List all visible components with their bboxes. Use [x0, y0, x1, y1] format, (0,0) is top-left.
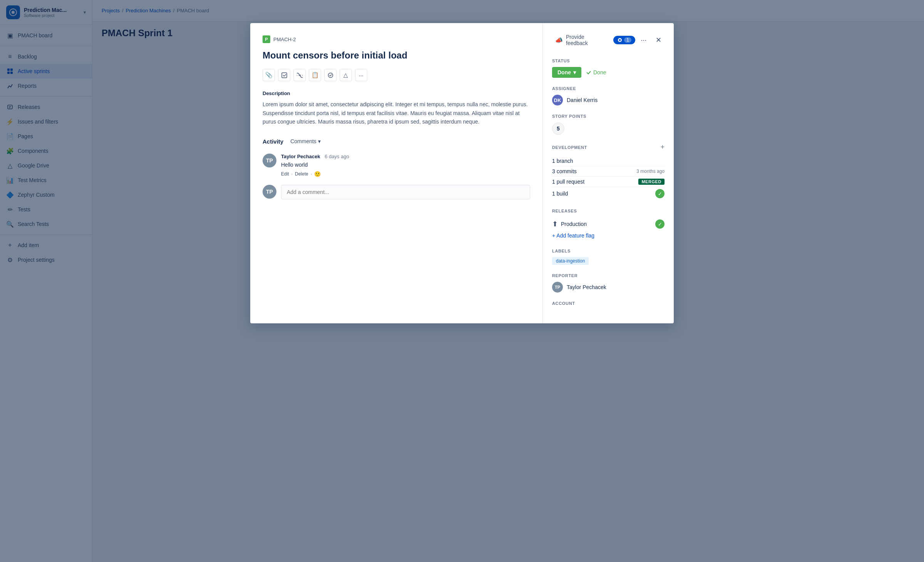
assignee-section: ASSIGNEE DK Daniel Kerris	[552, 86, 665, 105]
reporter-name: Taylor Pechacek	[567, 284, 606, 290]
dev-branch-label: 1 branch	[552, 158, 573, 164]
add-feature-flag-label: + Add feature flag	[552, 232, 594, 239]
edit-comment-button[interactable]: Edit	[281, 171, 289, 177]
modal-issue-title[interactable]: Mount censors before initial load	[263, 49, 530, 61]
reporter-avatar: TP	[552, 282, 563, 293]
toolbar-attach-button[interactable]: 📎	[263, 69, 275, 81]
comment-dot-2: ·	[311, 171, 312, 177]
labels-field-label: LABELS	[552, 249, 665, 253]
labels-section: LABELS data-ingestion	[552, 249, 665, 265]
comment-row-1: TP Taylor Pechacek 6 days ago Hello worl…	[263, 154, 530, 177]
activity-header: Activity Comments ▾	[263, 137, 530, 146]
account-section: ACCOUNT	[552, 301, 665, 306]
description-label: Description	[263, 90, 530, 96]
modal: P PMACH-2 Mount censors before initial l…	[250, 23, 674, 323]
production-upload-icon: ⬆	[552, 220, 558, 228]
issue-id-row: P PMACH-2	[263, 35, 530, 43]
dev-commits-time: 3 months ago	[636, 169, 665, 174]
release-production-row: ⬆ Production ✓	[552, 217, 665, 231]
release-check-icon: ✓	[655, 219, 665, 229]
svg-point-10	[619, 39, 621, 41]
label-data-ingestion[interactable]: data-ingestion	[552, 257, 589, 265]
dev-pull-request-label: 1 pull request	[552, 179, 584, 185]
development-section: DEVELOPMENT + 1 branch 3 commits 3 month…	[552, 143, 665, 200]
comment-dot-1: ·	[291, 171, 293, 177]
assignee-field-label: ASSIGNEE	[552, 86, 665, 91]
close-modal-button[interactable]: ✕	[652, 34, 665, 46]
assignee-avatar: DK	[552, 95, 563, 105]
account-field-label: ACCOUNT	[552, 301, 665, 306]
activity-label: Activity	[263, 138, 283, 145]
story-points-section: STORY POINTS 5	[552, 114, 665, 135]
more-options-button[interactable]: ···	[638, 34, 650, 46]
toolbar-check-button[interactable]	[324, 69, 336, 81]
status-done-indicator: Done	[586, 69, 606, 75]
toolbar-note-button[interactable]: 📋	[309, 69, 321, 81]
svg-rect-7	[282, 73, 287, 78]
status-dropdown-icon: ▾	[573, 69, 576, 75]
activity-filter-label: Comments	[290, 138, 316, 144]
comment-text-1: Hello world	[281, 162, 530, 168]
add-feature-flag-button[interactable]: + Add feature flag	[552, 231, 665, 240]
comment-time: 6 days ago	[325, 154, 349, 159]
status-field-label: STATUS	[552, 59, 665, 63]
comment-author: Taylor Pechacek	[281, 154, 320, 159]
toolbar-more-button[interactable]: ···	[355, 69, 367, 81]
comment-actions-1: Edit · Delete · 🙂	[281, 171, 530, 177]
modal-right-actions: 1 ··· ✕	[613, 34, 665, 46]
assignee-name[interactable]: Daniel Kerris	[567, 97, 598, 103]
reporter-field-label: REPORTER	[552, 273, 665, 278]
toolbar-link-button[interactable]	[293, 69, 306, 81]
toolbar-checklist-button[interactable]	[278, 69, 290, 81]
development-add-button[interactable]: +	[660, 143, 665, 151]
dev-commits-row: 3 commits 3 months ago	[552, 166, 665, 177]
release-production-info: ⬆ Production	[552, 220, 587, 228]
dev-branch-row: 1 branch	[552, 156, 665, 166]
releases-field-label: RELEASES	[552, 209, 665, 213]
status-value: Done	[557, 69, 571, 75]
story-points-value[interactable]: 5	[552, 122, 564, 135]
dev-commits-label: 3 commits	[552, 168, 577, 174]
status-section: STATUS Done ▾ Done	[552, 59, 665, 78]
issue-id-text: PMACH-2	[273, 37, 296, 42]
comment-avatar-tp: TP	[263, 154, 276, 167]
modal-left-panel: P PMACH-2 Mount censors before initial l…	[250, 23, 543, 323]
development-header: DEVELOPMENT +	[552, 143, 665, 151]
activity-filter-button[interactable]: Comments ▾	[287, 137, 324, 146]
add-comment-row: TP	[263, 185, 530, 199]
status-badge-button[interactable]: Done ▾	[552, 67, 581, 78]
build-check-icon: ✓	[655, 189, 665, 198]
add-comment-input[interactable]	[281, 185, 530, 199]
toolbar-drive-button[interactable]: △	[340, 69, 352, 81]
dev-build-row: 1 build ✓	[552, 187, 665, 200]
modal-overlay[interactable]: P PMACH-2 Mount censors before initial l…	[0, 0, 924, 562]
description-text: Lorem ipsum dolor sit amet, consectetur …	[263, 100, 530, 126]
feedback-label: Provide feedback	[566, 34, 606, 46]
dev-build-label: 1 build	[552, 191, 568, 197]
comment-meta-1: Taylor Pechacek 6 days ago	[281, 154, 530, 159]
issue-id-badge: P	[263, 35, 270, 43]
delete-comment-button[interactable]: Delete	[295, 171, 308, 177]
reporter-section: REPORTER TP Taylor Pechacek	[552, 273, 665, 293]
development-field-label: DEVELOPMENT	[552, 145, 587, 150]
dev-pull-request-row: 1 pull request MERGED	[552, 177, 665, 187]
activity-filter-chevron-icon: ▾	[318, 138, 321, 144]
release-production-name: Production	[561, 221, 587, 227]
modal-top-actions: 📣 Provide feedback 1 ··· ✕	[552, 32, 665, 48]
comment-content-1: Taylor Pechacek 6 days ago Hello world E…	[281, 154, 530, 177]
feedback-icon: 📣	[555, 37, 563, 44]
watch-button[interactable]: 1	[613, 36, 635, 44]
status-row: Done ▾ Done	[552, 67, 665, 78]
reporter-row: TP Taylor Pechacek	[552, 282, 665, 293]
story-points-field-label: STORY POINTS	[552, 114, 665, 119]
assignee-row: DK Daniel Kerris	[552, 95, 665, 105]
feedback-button[interactable]: 📣 Provide feedback	[552, 32, 609, 48]
modal-toolbar: 📎 📋 △ ···	[263, 69, 530, 81]
watch-count: 1	[624, 37, 631, 43]
current-user-avatar: TP	[263, 185, 276, 199]
status-done-text: Done	[593, 69, 606, 75]
modal-right-panel: 📣 Provide feedback 1 ··· ✕ STATUS	[543, 23, 674, 323]
releases-section: RELEASES ⬆ Production ✓ + Add feature fl…	[552, 209, 665, 240]
merged-badge: MERGED	[638, 179, 665, 185]
emoji-reaction-icon[interactable]: 🙂	[314, 171, 321, 177]
